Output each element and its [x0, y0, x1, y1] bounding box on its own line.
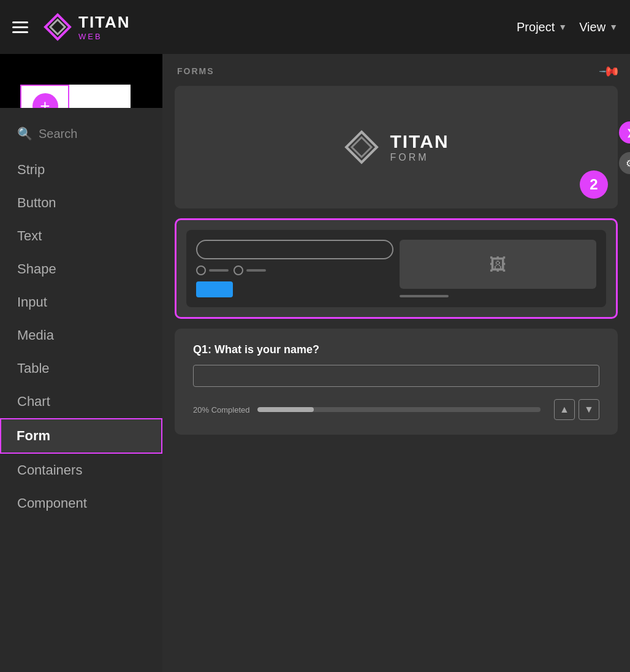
form-input-field — [196, 240, 393, 259]
titan-form-logo: TITAN FORM — [343, 129, 449, 166]
panel-settings-button[interactable]: ⚙ — [619, 152, 630, 174]
q1-progress-bar — [257, 407, 541, 412]
form-left-col — [196, 240, 393, 297]
sidebar-item-form[interactable]: Form — [0, 418, 162, 454]
titan-form-title: TITAN — [390, 131, 449, 152]
form-preview-inner: 🖼 — [176, 220, 616, 317]
left-panel: 🔍 Search Strip Button Text Shape Input M… — [0, 108, 162, 672]
right-panel: 📌 ❯ ⚙ FORMS TITAN FORM 2 — [162, 54, 630, 672]
radio-option-1 — [196, 265, 229, 275]
q1-question: Q1: What is your name? — [193, 343, 599, 356]
logo-text: TITAN WEB — [78, 13, 131, 41]
logo-title: TITAN — [78, 13, 131, 32]
q1-progress-row: 20% Completed ▲ ▼ — [193, 399, 599, 420]
form-preview-card[interactable]: 🖼 — [175, 218, 618, 319]
q1-progress-fill — [257, 407, 314, 412]
view-button[interactable]: View ▼ — [579, 20, 618, 34]
search-row: 🔍 Search — [0, 120, 162, 153]
sidebar-item-containers[interactable]: Containers — [0, 454, 162, 487]
radio-line-2 — [246, 269, 266, 272]
sidebar-item-table[interactable]: Table — [0, 352, 162, 385]
logo: TITAN WEB — [43, 12, 517, 42]
q1-name-input[interactable] — [193, 365, 599, 387]
search-label[interactable]: Search — [39, 127, 77, 141]
radio-option-2 — [233, 265, 266, 275]
titan-form-card-inner: TITAN FORM 2 — [175, 86, 618, 208]
sidebar-item-text[interactable]: Text — [0, 220, 162, 253]
project-chevron-icon: ▼ — [558, 22, 567, 32]
menu-icon[interactable] — [12, 21, 28, 33]
sidebar-item-strip[interactable]: Strip — [0, 153, 162, 186]
radio-circle-1 — [196, 265, 206, 275]
sidebar-item-component[interactable]: Component — [0, 487, 162, 520]
form-submit-row — [196, 281, 393, 297]
q1-nav-buttons: ▲ ▼ — [554, 399, 599, 420]
sidebar-item-chart[interactable]: Chart — [0, 385, 162, 418]
radio-circle-2 — [233, 265, 243, 275]
titan-form-sub: FORM — [390, 152, 449, 163]
image-icon: 🖼 — [489, 254, 506, 275]
titan-form-text: TITAN FORM — [390, 131, 449, 163]
sidebar-item-input[interactable]: Input — [0, 286, 162, 319]
app-header: TITAN WEB Project ▼ View ▼ — [0, 0, 630, 54]
form-submit-button[interactable] — [196, 281, 233, 297]
project-button[interactable]: Project ▼ — [517, 20, 567, 34]
form-radio-group — [196, 265, 393, 275]
q1-card: Q1: What is your name? 20% Completed ▲ ▼ — [175, 329, 618, 435]
q1-next-button[interactable]: ▼ — [579, 399, 599, 420]
logo-subtitle: WEB — [78, 32, 131, 41]
titan-form-card[interactable]: TITAN FORM 2 — [175, 86, 618, 208]
search-icon: 🔍 — [17, 126, 32, 141]
header-nav: Project ▼ View ▼ — [517, 20, 618, 34]
badge-2: 2 — [580, 170, 608, 199]
sidebar-item-button[interactable]: Button — [0, 186, 162, 220]
form-text-line — [400, 295, 449, 297]
q1-prev-button[interactable]: ▲ — [554, 399, 575, 420]
svg-marker-1 — [50, 20, 65, 34]
collapse-panel-button[interactable]: ❯ — [619, 121, 630, 143]
logo-diamond-icon — [43, 12, 72, 42]
form-image-placeholder: 🖼 — [400, 240, 597, 289]
form-preview-grid: 🖼 — [186, 230, 606, 307]
q1-progress-label: 20% Completed — [193, 405, 250, 414]
sidebar-item-media[interactable]: Media — [0, 319, 162, 352]
titan-form-diamond-icon — [343, 129, 380, 166]
forms-section-label: FORMS — [162, 66, 630, 86]
view-chevron-icon: ▼ — [609, 22, 618, 32]
form-right-col: 🖼 — [400, 240, 597, 297]
radio-line-1 — [209, 269, 229, 272]
left-section: + ⚙ 1 🔍 Search Strip Button Text Shape — [0, 54, 162, 672]
sidebar-item-shape[interactable]: Shape — [0, 253, 162, 286]
